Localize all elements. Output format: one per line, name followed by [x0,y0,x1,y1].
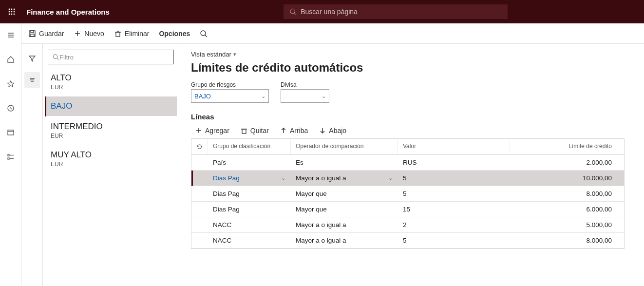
row-selector[interactable] [191,186,208,201]
row-selector[interactable] [191,202,208,217]
list-item-subtitle: EUR [51,84,171,91]
cell-value[interactable]: 5 [398,233,510,248]
svg-rect-26 [116,32,120,37]
row-selector[interactable] [191,217,208,232]
chevron-down-icon: ⌄ [261,93,265,99]
table-row[interactable]: Dias PagMayor que156.000,00 [191,202,624,217]
svg-point-8 [14,14,15,15]
cell-credit-limit[interactable]: 5.000,00 [510,217,617,232]
toolbar-search-button[interactable] [200,30,208,38]
save-icon [28,30,36,38]
table-row[interactable]: NACCMayor a o igual a58.000,00 [191,233,624,248]
currency-select[interactable]: ⌄ [281,89,329,103]
options-button[interactable]: Opciones [159,30,190,38]
list-panel: ALTOEURBAJOINTERMEDIOEURMUY ALTOEUR [43,44,179,286]
new-label: Nuevo [84,30,104,38]
cell-credit-limit[interactable]: 8.000,00 [510,233,617,248]
chevron-down-icon: ▾ [233,51,236,57]
list-filter-input[interactable] [59,54,170,61]
new-button[interactable]: Nuevo [74,30,104,38]
cell-operator[interactable]: Mayor que [291,186,398,201]
risk-group-value: BAJO [194,93,211,100]
cell-value[interactable]: 5 [398,171,510,186]
cell-class-group[interactable]: Dias Pag [208,202,291,217]
lines-grid: Grupo de clasificación Operador de compa… [191,138,625,249]
cell-operator[interactable]: Es [291,155,398,170]
view-switcher[interactable]: Vista estándar ▾ [191,51,644,58]
workspace-icon[interactable] [3,125,19,140]
row-selector[interactable] [193,171,208,186]
list-item[interactable]: INTERMEDIOEUR [45,117,177,145]
risk-group-select[interactable]: BAJO ⌄ [191,89,269,103]
list-filter[interactable] [48,50,174,64]
delete-button[interactable]: Eliminar [114,30,150,38]
search-icon [52,53,59,61]
table-row[interactable]: Dias PagMayor que58.000,00 [191,186,624,202]
list-item-title: INTERMEDIO [51,122,171,132]
cell-class-group[interactable]: NACC [208,217,291,232]
global-search-input[interactable] [301,8,502,16]
svg-rect-38 [242,129,246,133]
svg-point-29 [201,31,206,36]
sort-icon[interactable] [24,72,40,88]
cell-value[interactable]: 15 [398,202,510,217]
row-selector[interactable] [191,233,208,248]
hamburger-icon[interactable] [3,27,19,43]
app-launcher-icon[interactable] [0,8,23,16]
home-icon[interactable] [3,52,19,67]
refresh-column-button[interactable] [191,139,208,154]
cell-class-group[interactable]: Dias Pag [208,186,291,201]
action-toolbar: Guardar Nuevo Eliminar Opciones [21,23,644,44]
col-header-limit[interactable]: Límite de crédito [510,139,617,154]
risk-group-label: Grupo de riesgos [191,81,269,88]
remove-line-button[interactable]: Quitar [240,127,269,134]
delete-label: Eliminar [125,30,150,38]
table-row[interactable]: Dias Pag⌄Mayor a o igual a⌄510.000,00 [191,171,624,186]
options-label: Opciones [159,30,190,38]
star-icon[interactable] [3,76,19,92]
cell-credit-limit[interactable]: 8.000,00 [510,186,617,201]
list-item[interactable]: MUY ALTOEUR [45,145,177,173]
cell-operator[interactable]: Mayor a o igual a [291,233,398,248]
arrow-down-icon [319,127,326,134]
add-line-label: Agregar [205,127,229,134]
main-panel: Vista estándar ▾ Límites de crédito auto… [179,44,644,286]
cell-class-group[interactable]: País [208,155,291,170]
cell-credit-limit[interactable]: 10.000,00 [510,171,617,186]
col-header-class[interactable]: Grupo de clasificación [208,139,291,154]
table-row[interactable]: NACCMayor a o igual a25.000,00 [191,217,624,233]
cell-class-group[interactable]: NACC [208,233,291,248]
move-down-button[interactable]: Abajo [319,127,346,134]
lines-section-title: Líneas [191,113,644,121]
svg-rect-23 [30,34,34,37]
modules-icon[interactable] [3,149,19,165]
cell-class-group[interactable]: Dias Pag⌄ [208,171,291,186]
recent-icon[interactable] [3,100,19,116]
cell-operator[interactable]: Mayor que [291,202,398,217]
global-search[interactable] [284,4,508,19]
cell-operator[interactable]: Mayor a o igual a⌄ [291,171,398,186]
list-item[interactable]: ALTOEUR [45,68,177,96]
save-button[interactable]: Guardar [28,30,64,38]
list-item-subtitle: EUR [51,133,171,139]
move-up-button[interactable]: Arriba [280,127,308,134]
cell-operator[interactable]: Mayor a o igual a [291,217,398,232]
cell-value[interactable]: 5 [398,186,510,201]
cell-credit-limit[interactable]: 2.000,00 [510,155,617,170]
grid-toolbar: Agregar Quitar Arriba Abajo [191,125,644,136]
row-selector[interactable] [191,155,208,170]
col-header-operator[interactable]: Operador de comparación [291,139,398,154]
list-item-title: MUY ALTO [51,150,171,160]
list-item[interactable]: BAJO [45,96,177,117]
svg-rect-17 [8,154,9,156]
risk-group-field: Grupo de riesgos BAJO ⌄ [191,81,269,103]
svg-point-1 [11,9,13,10]
table-row[interactable]: PaísEsRUS2.000,00 [191,155,624,171]
col-header-value[interactable]: Valor [398,139,510,154]
add-line-button[interactable]: Agregar [195,127,229,134]
cell-value[interactable]: RUS [398,155,510,170]
filter-icon[interactable] [24,51,40,66]
cell-credit-limit[interactable]: 6.000,00 [510,202,617,217]
cell-value[interactable]: 2 [398,217,510,232]
svg-point-6 [9,14,10,15]
